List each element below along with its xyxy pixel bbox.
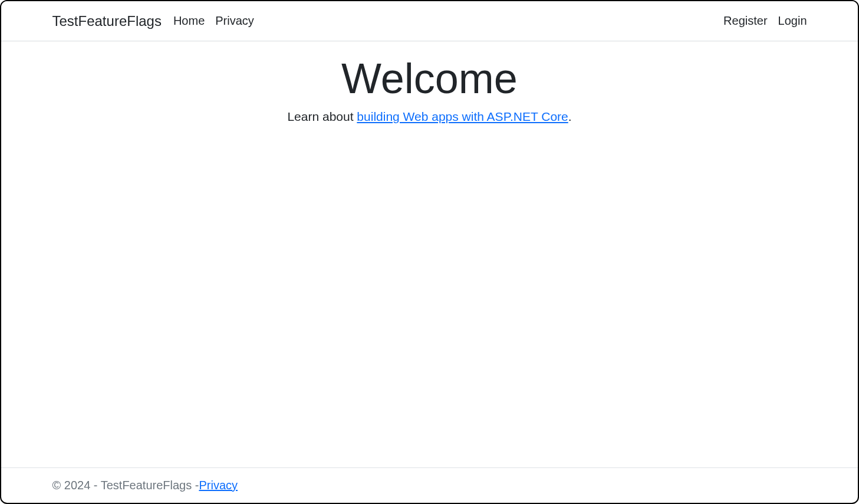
aspnet-docs-link[interactable]: building Web apps with ASP.NET Core [357,110,568,123]
footer-copyright: © 2024 - TestFeatureFlags - [52,479,199,492]
footer-container: © 2024 - TestFeatureFlags - Privacy [41,479,819,492]
nav-home[interactable]: Home [173,14,205,28]
footer-privacy-link[interactable]: Privacy [199,479,238,492]
nav-register[interactable]: Register [723,14,767,28]
navbar-container: TestFeatureFlags Home Privacy Register L… [41,13,819,29]
footer: © 2024 - TestFeatureFlags - Privacy [1,467,858,503]
nav-left: Home Privacy [173,14,723,28]
nav-privacy[interactable]: Privacy [215,14,254,28]
nav-right: Register Login [723,14,807,28]
lead-prefix: Learn about [287,110,357,123]
lead-text: Learn about building Web apps with ASP.N… [1,110,858,124]
main-content: Welcome Learn about building Web apps wi… [1,41,858,467]
brand-link[interactable]: TestFeatureFlags [52,13,162,29]
navbar: TestFeatureFlags Home Privacy Register L… [1,1,858,41]
page-title: Welcome [1,53,858,104]
nav-login[interactable]: Login [778,14,807,28]
lead-suffix: . [568,110,572,123]
